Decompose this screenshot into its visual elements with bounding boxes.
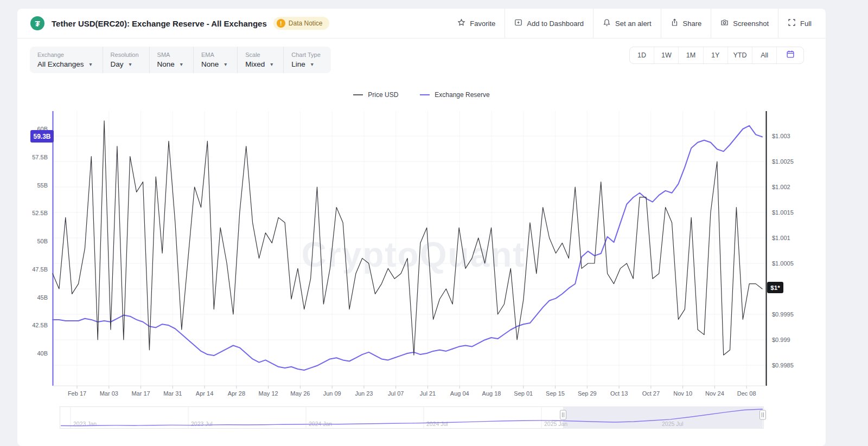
favorite-button[interactable]: Favorite <box>448 9 505 38</box>
range-all-button[interactable]: All <box>752 47 776 63</box>
ema-value: None <box>201 60 219 68</box>
exchange-select[interactable]: Exchange All Exchanges▾ <box>30 47 103 73</box>
chevron-down-icon: ▾ <box>270 61 273 67</box>
legend-exchange-reserve-label: Exchange Reserve <box>435 91 489 99</box>
add-to-dashboard-button[interactable]: Add to Dashboard <box>505 9 593 38</box>
chart-legend: Price USD Exchange Reserve <box>17 91 826 99</box>
chevron-down-icon: ▾ <box>180 61 183 67</box>
sma-value: None <box>157 60 175 68</box>
exchange-value: All Exchanges <box>37 60 84 68</box>
tether-logo-icon: ₮ <box>30 16 44 30</box>
scale-value: Mixed <box>245 60 265 68</box>
chevron-down-icon: ▾ <box>311 61 314 67</box>
fullscreen-icon <box>788 18 796 28</box>
filter-bar: Exchange All Exchanges▾ Resolution Day▾ … <box>30 47 331 73</box>
calendar-range-button[interactable] <box>776 47 803 63</box>
ema-select[interactable]: EMA None▾ <box>194 47 238 73</box>
resolution-select[interactable]: Resolution Day▾ <box>103 47 150 73</box>
toolbar: Favorite Add to Dashboard Set an alert S… <box>448 9 813 38</box>
chart-type-select[interactable]: Chart Type Line▾ <box>284 47 331 73</box>
range-1y-button[interactable]: 1Y <box>703 47 727 63</box>
fullscreen-label: Full <box>800 20 812 28</box>
page-title: Tether USD(ERC20): Exchange Reserve - Al… <box>52 19 267 28</box>
chart-card: ₮ Tether USD(ERC20): Exchange Reserve - … <box>17 9 826 446</box>
legend-item-price-usd[interactable]: Price USD <box>353 91 398 99</box>
screenshot-label: Screenshot <box>733 20 769 28</box>
range-ytd-button[interactable]: YTD <box>727 47 752 63</box>
calendar-icon <box>786 50 795 61</box>
legend-item-exchange-reserve[interactable]: Exchange Reserve <box>420 91 489 99</box>
chart-type-value: Line <box>291 60 305 68</box>
header: ₮ Tether USD(ERC20): Exchange Reserve - … <box>17 9 826 38</box>
share-icon <box>671 18 679 28</box>
exchange-reserve-swatch <box>420 94 430 95</box>
bell-icon <box>603 18 611 28</box>
legend-price-usd-label: Price USD <box>368 91 398 99</box>
set-alert-button[interactable]: Set an alert <box>593 9 661 38</box>
set-alert-label: Set an alert <box>615 20 652 28</box>
camera-icon <box>720 18 729 28</box>
exchange-label: Exchange <box>37 51 92 58</box>
favorite-label: Favorite <box>470 20 495 28</box>
chevron-down-icon: ▾ <box>129 61 132 67</box>
screenshot-button[interactable]: Screenshot <box>711 9 778 38</box>
star-icon <box>457 18 465 28</box>
range-1m-button[interactable]: 1M <box>678 47 703 63</box>
price-usd-swatch <box>353 94 363 95</box>
share-label: Share <box>683 20 702 28</box>
range-1w-button[interactable]: 1W <box>654 47 678 63</box>
chevron-down-icon: ▾ <box>90 61 92 67</box>
resolution-value: Day <box>111 60 124 68</box>
resolution-label: Resolution <box>111 51 139 58</box>
time-range-selector: 1D 1W 1M 1Y YTD All <box>629 47 804 64</box>
share-button[interactable]: Share <box>661 9 711 38</box>
scale-select[interactable]: Scale Mixed▾ <box>238 47 284 73</box>
chevron-down-icon: ▾ <box>224 61 227 67</box>
page: { "header": { "title": "Tether USD(ERC20… <box>0 0 868 446</box>
chart-type-label: Chart Type <box>291 51 321 58</box>
add-to-dashboard-label: Add to Dashboard <box>527 20 584 28</box>
scale-label: Scale <box>245 51 273 58</box>
sma-label: SMA <box>157 51 183 58</box>
sma-select[interactable]: SMA None▾ <box>150 47 194 73</box>
range-1d-button[interactable]: 1D <box>630 47 654 63</box>
ema-label: EMA <box>201 51 227 58</box>
warning-icon: ! <box>277 19 285 28</box>
data-notice-label: Data Notice <box>289 20 323 27</box>
fullscreen-button[interactable]: Full <box>778 9 813 38</box>
add-to-dashboard-icon <box>514 18 522 28</box>
data-notice-badge[interactable]: ! Data Notice <box>273 17 329 30</box>
